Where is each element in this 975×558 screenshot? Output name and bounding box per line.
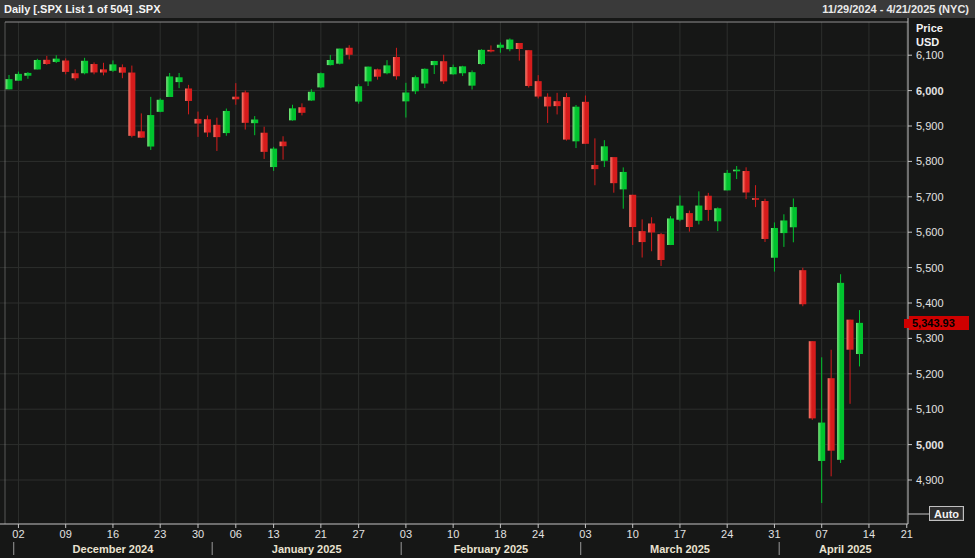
candle-01/21 bbox=[317, 73, 324, 89]
svg-text:USD: USD bbox=[916, 36, 939, 48]
candle-03/24 bbox=[724, 170, 731, 190]
candle-02/21 bbox=[525, 50, 532, 88]
svg-text:5,700: 5,700 bbox=[916, 191, 944, 203]
candle-01/27 bbox=[355, 84, 362, 104]
svg-text:27: 27 bbox=[353, 528, 365, 540]
chart-title-bar: Daily [.SPX List 1 of 504] .SPX 11/29/20… bbox=[0, 0, 975, 18]
candle-04/04 bbox=[809, 341, 816, 420]
auto-scale-button[interactable]: Auto bbox=[929, 506, 964, 521]
svg-text:24: 24 bbox=[532, 528, 544, 540]
svg-text:18: 18 bbox=[494, 528, 506, 540]
svg-text:21: 21 bbox=[315, 528, 327, 540]
svg-text:5,900: 5,900 bbox=[916, 120, 944, 132]
candle-12/04 bbox=[34, 59, 41, 70]
svg-text:03: 03 bbox=[579, 528, 591, 540]
svg-text:03: 03 bbox=[400, 528, 412, 540]
svg-text:December 2024: December 2024 bbox=[73, 543, 155, 555]
candle-02/27 bbox=[563, 93, 570, 141]
candle-02/13 bbox=[478, 49, 485, 65]
svg-text:23: 23 bbox=[154, 528, 166, 540]
svg-text:31: 31 bbox=[768, 528, 780, 540]
svg-text:5,600: 5,600 bbox=[916, 226, 944, 238]
svg-text:13: 13 bbox=[267, 528, 279, 540]
svg-text:16: 16 bbox=[107, 528, 119, 540]
plot-background bbox=[0, 18, 975, 558]
candlestick-chart[interactable]: 4,9005,0005,1005,2005,3005,4005,5005,600… bbox=[0, 18, 975, 558]
candle-04/09 bbox=[837, 274, 844, 463]
chart-date-range: 11/29/2024 - 4/21/2025 (NYC) bbox=[822, 3, 969, 15]
spx-chart-window: Daily [.SPX List 1 of 504] .SPX 11/29/20… bbox=[0, 0, 975, 558]
svg-text:5,300: 5,300 bbox=[916, 332, 944, 344]
candle-03/28 bbox=[762, 199, 769, 242]
svg-text:5,100: 5,100 bbox=[916, 403, 944, 415]
svg-text:February 2025: February 2025 bbox=[454, 543, 529, 555]
svg-text:4,900: 4,900 bbox=[916, 474, 944, 486]
candle-03/14 bbox=[667, 216, 674, 245]
svg-text:Price: Price bbox=[916, 22, 943, 34]
svg-text:30: 30 bbox=[192, 528, 204, 540]
svg-text:5,500: 5,500 bbox=[916, 262, 944, 274]
svg-text:14: 14 bbox=[863, 528, 875, 540]
svg-text:10: 10 bbox=[447, 528, 459, 540]
svg-text:21: 21 bbox=[901, 528, 913, 540]
svg-text:5,200: 5,200 bbox=[916, 368, 944, 380]
svg-text:5,000: 5,000 bbox=[916, 439, 944, 451]
svg-text:09: 09 bbox=[60, 528, 72, 540]
svg-text:6,000: 6,000 bbox=[916, 85, 944, 97]
svg-text:5,800: 5,800 bbox=[916, 155, 944, 167]
candle-12/18 bbox=[128, 66, 135, 138]
chart-title: Daily [.SPX List 1 of 504] .SPX bbox=[4, 3, 161, 15]
svg-text:March 2025: March 2025 bbox=[650, 543, 710, 555]
svg-text:06: 06 bbox=[230, 528, 242, 540]
svg-text:07: 07 bbox=[816, 528, 828, 540]
svg-text:24: 24 bbox=[721, 528, 733, 540]
svg-text:10: 10 bbox=[627, 528, 639, 540]
svg-text:5,400: 5,400 bbox=[916, 297, 944, 309]
candle-12/23 bbox=[157, 98, 164, 112]
svg-text:April 2025: April 2025 bbox=[819, 543, 872, 555]
svg-text:January 2025: January 2025 bbox=[272, 543, 342, 555]
svg-text:17: 17 bbox=[674, 528, 686, 540]
candle-12/24 bbox=[166, 73, 173, 97]
svg-text:02: 02 bbox=[12, 528, 24, 540]
candle-04/03 bbox=[799, 268, 806, 306]
candle-03/03 bbox=[582, 96, 589, 144]
last-price-tag: 5,343.93 bbox=[909, 316, 969, 330]
candle-01/23 bbox=[336, 49, 343, 65]
candle-01/03 bbox=[223, 109, 230, 136]
svg-text:6,100: 6,100 bbox=[916, 49, 944, 61]
